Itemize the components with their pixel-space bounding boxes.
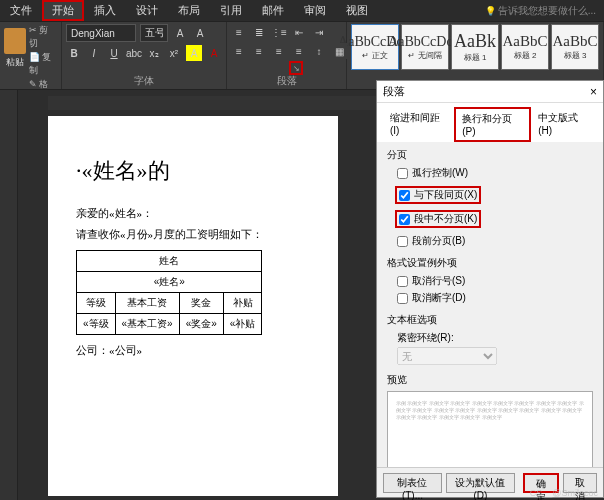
section-preview: 预览: [387, 373, 593, 387]
shading-button[interactable]: ▦: [331, 43, 347, 59]
chk-keep-next[interactable]: 与下段同页(X): [395, 186, 481, 204]
chk-widow[interactable]: 孤行控制(W): [397, 166, 593, 180]
preview-box: 示例 示例文字 示例文字 示例文字 示例文字 示例文字 示例文字 示例文字 示例…: [387, 391, 593, 467]
menu-tab-mailings[interactable]: 邮件: [252, 0, 294, 21]
paragraph-dialog: 段落 × 缩进和间距(I) 换行和分页(P) 中文版式(H) 分页 孤行控制(W…: [376, 80, 604, 498]
doc-line1[interactable]: 请查收你«月份»月度的工资明细如下：: [76, 227, 310, 242]
doc-greeting[interactable]: 亲爱的«姓名»：: [76, 206, 310, 221]
bold-button[interactable]: B: [66, 45, 82, 61]
menu-tab-home[interactable]: 开始: [42, 0, 84, 21]
menu-tab-view[interactable]: 视图: [336, 0, 378, 21]
sup-button[interactable]: x²: [166, 45, 182, 61]
inc-indent-button[interactable]: ⇥: [311, 24, 327, 40]
dialog-close-button[interactable]: ×: [590, 85, 597, 99]
ruler-vertical: [0, 90, 18, 500]
chk-keep-lines[interactable]: 段中不分页(K): [395, 210, 481, 228]
section-textbox: 文本框选项: [387, 313, 593, 327]
tell-me-input[interactable]: 告诉我您想要做什么...: [485, 4, 604, 18]
menu-tab-layout[interactable]: 布局: [168, 0, 210, 21]
chk-no-hyphen[interactable]: 取消断字(D): [397, 291, 593, 305]
line-spacing-button[interactable]: ↕: [311, 43, 327, 59]
copy-button[interactable]: 📄 复制: [29, 51, 57, 77]
menu-tab-file[interactable]: 文件: [0, 0, 42, 21]
cut-button[interactable]: ✂ 剪切: [29, 24, 57, 50]
dialog-title: 段落: [383, 84, 405, 99]
doc-table[interactable]: 姓名 «姓名» 等级基本工资奖金补贴 «等级«基本工资»«奖金»«补贴: [76, 250, 262, 335]
multilevel-button[interactable]: ⋮≡: [271, 24, 287, 40]
style-h2[interactable]: AaBbC标题 2: [501, 24, 549, 70]
tight-wrap-select[interactable]: 无: [397, 347, 497, 365]
shrink-font-button[interactable]: A: [192, 25, 208, 41]
chk-page-before[interactable]: 段前分页(B): [397, 234, 593, 248]
style-h1[interactable]: AaBk标题 1: [451, 24, 499, 70]
grow-font-button[interactable]: A: [172, 25, 188, 41]
dialog-tab-indent[interactable]: 缩进和间距(I): [383, 107, 454, 142]
align-right-button[interactable]: ≡: [271, 43, 287, 59]
numbering-button[interactable]: ≣: [251, 24, 267, 40]
group-label-font: 字体: [66, 73, 222, 89]
justify-button[interactable]: ≡: [291, 43, 307, 59]
group-label-paragraph: 段落: [231, 73, 342, 89]
align-left-button[interactable]: ≡: [231, 43, 247, 59]
document-page[interactable]: ·«姓名»的 亲爱的«姓名»： 请查收你«月份»月度的工资明细如下： 姓名 «姓…: [48, 116, 338, 496]
italic-button[interactable]: I: [86, 45, 102, 61]
menu-tab-insert[interactable]: 插入: [84, 0, 126, 21]
doc-title[interactable]: ·«姓名»的: [76, 156, 310, 186]
style-nospace[interactable]: AaBbCcDdE↵ 无间隔: [401, 24, 449, 70]
doc-company[interactable]: 公司：«公司»: [76, 343, 310, 358]
paragraph-dialog-launcher[interactable]: ↘: [289, 61, 303, 75]
tight-wrap-label: 紧密环绕(R):: [397, 331, 593, 345]
chk-no-linenum[interactable]: 取消行号(S): [397, 274, 593, 288]
paste-button[interactable]: 粘贴: [4, 24, 27, 72]
highlight-button[interactable]: A: [186, 45, 202, 61]
font-size-select[interactable]: [140, 24, 168, 42]
menu-tab-design[interactable]: 设计: [126, 0, 168, 21]
font-name-select[interactable]: [66, 24, 136, 42]
dec-indent-button[interactable]: ⇤: [291, 24, 307, 40]
underline-button[interactable]: U: [106, 45, 122, 61]
section-pagination: 分页: [387, 148, 593, 162]
set-default-button[interactable]: 设为默认值(D): [446, 473, 515, 493]
style-h3[interactable]: AaBbC标题 3: [551, 24, 599, 70]
sub-button[interactable]: x₂: [146, 45, 162, 61]
section-exceptions: 格式设置例外项: [387, 256, 593, 270]
tabstops-button[interactable]: 制表位(T)...: [383, 473, 442, 493]
dialog-tab-cjk[interactable]: 中文版式(H): [531, 107, 597, 142]
menu-tab-references[interactable]: 引用: [210, 0, 252, 21]
clipboard-icon: [4, 28, 26, 54]
menu-tab-review[interactable]: 审阅: [294, 0, 336, 21]
align-center-button[interactable]: ≡: [251, 43, 267, 59]
bullets-button[interactable]: ≡: [231, 24, 247, 40]
strike-button[interactable]: abc: [126, 45, 142, 61]
watermark: CS__@Smilecoc: [530, 488, 598, 498]
font-color-button[interactable]: A: [206, 45, 222, 61]
dialog-tab-linebreak[interactable]: 换行和分页(P): [454, 107, 531, 142]
